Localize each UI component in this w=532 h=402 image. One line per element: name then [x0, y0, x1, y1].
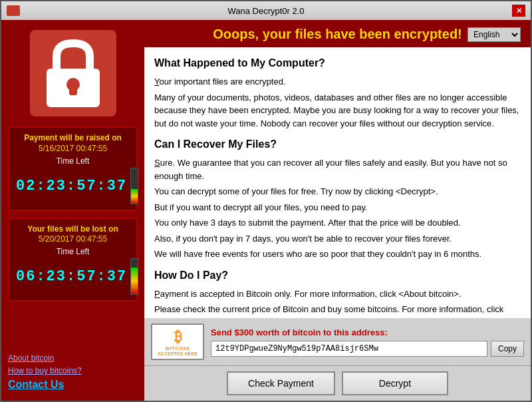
section2-p1: Sure. We guarantee that you can recover … — [154, 156, 521, 182]
section1-p1: Your important files are encrypted. — [154, 75, 521, 89]
timer2-bar — [130, 258, 138, 295]
bitcoin-logo: ₿ bitcoin ACCEPTED HERE — [151, 323, 204, 360]
bitcoin-symbol-icon: ₿ — [174, 328, 182, 345]
lock-icon — [40, 37, 106, 110]
address-row: Copy — [211, 341, 524, 357]
header-bar: Ooops, your files have been encrypted! E… — [144, 20, 531, 47]
main-window: Wana Decrypt0r 2.0 ✕ Paym — [0, 0, 532, 402]
right-panel: Ooops, your files have been encrypted! E… — [144, 20, 531, 401]
bitcoin-row: ₿ bitcoin ACCEPTED HERE Send $300 worth … — [151, 323, 524, 360]
language-select[interactable]: English Français Deutsch 中文 — [467, 27, 521, 42]
timer1-date: 5/16/2017 00:47:55 — [16, 144, 130, 153]
main-content: Payment will be raised on 5/16/2017 00:4… — [1, 20, 531, 401]
timer1-row: 02:23:57:37 — [16, 168, 130, 204]
section2-p3: But if you want to decrypt all your file… — [154, 201, 521, 214]
section2-p5: Also, if you don't pay in 7 days, you wo… — [154, 232, 521, 246]
section1-p2: Many of your documents, photos, videos, … — [154, 91, 521, 130]
svg-rect-2 — [69, 85, 77, 95]
how-to-buy-link[interactable]: How to buy bitcoins? — [8, 366, 138, 375]
check-payment-button[interactable]: Check Payment — [227, 371, 335, 395]
close-button[interactable]: ✕ — [512, 5, 525, 17]
timer-box-2: Your files will be lost on 5/20/2017 00:… — [8, 218, 138, 302]
timer2-date: 5/20/2017 00:47:55 — [16, 234, 130, 244]
decrypt-button[interactable]: Decrypt — [342, 371, 448, 395]
section2-title: Can I Recover My Files? — [154, 136, 521, 152]
left-panel: Payment will be raised on 5/16/2017 00:4… — [1, 20, 144, 401]
bottom-buttons: Check Payment Decrypt — [144, 365, 531, 401]
contact-us-link[interactable]: Contact Us — [8, 379, 138, 391]
bitcoin-accepted-text: bitcoin — [166, 345, 190, 351]
timer2-display: 06:23:57:37 — [16, 268, 127, 285]
section1-title: What Happened to My Computer? — [154, 55, 521, 71]
bitcoin-send-label: Send $300 worth of bitcoin to this addre… — [211, 327, 524, 337]
timer1-time-label: Time Left — [16, 156, 130, 166]
lock-icon-container — [30, 30, 116, 116]
bitcoin-section: ₿ bitcoin ACCEPTED HERE Send $300 worth … — [144, 318, 531, 365]
section3-p2: Please check the current price of Bitcoi… — [154, 303, 521, 318]
timer2-row: 06:23:57:37 — [16, 258, 130, 295]
timer2-bar-fill — [131, 268, 138, 294]
content-area[interactable]: What Happened to My Computer? Your impor… — [144, 47, 531, 318]
section3-p1: Payment is accepted in Bitcoin only. For… — [154, 288, 521, 301]
section2-p6: We will have free events for users who a… — [154, 248, 521, 261]
timer2-time-label: Time Left — [16, 247, 130, 256]
copy-button[interactable]: Copy — [491, 341, 524, 357]
section3-title: How Do I Pay? — [154, 268, 521, 284]
timer-box-1: Payment will be raised on 5/16/2017 00:4… — [8, 126, 138, 211]
timer1-label: Payment will be raised on — [16, 133, 130, 144]
timer2-label: Your files will be lost on — [16, 224, 130, 235]
bitcoin-right: Send $300 worth of bitcoin to this addre… — [211, 327, 524, 357]
timer1-bar-fill — [131, 189, 138, 203]
links-section: About bitcoin How to buy bitcoins? Conta… — [8, 315, 138, 394]
title-bar: Wana Decrypt0r 2.0 ✕ — [1, 1, 531, 20]
bitcoin-accepted-here-text: ACCEPTED HERE — [158, 351, 198, 356]
timer1-bar — [130, 168, 138, 204]
section2-p4: You only have 3 days to submit the payme… — [154, 216, 521, 230]
bitcoin-address-input[interactable] — [211, 341, 487, 357]
window-title: Wana Decrypt0r 2.0 — [20, 6, 512, 16]
section2-p2: You can decrypt some of your files for f… — [154, 185, 521, 198]
timer1-display: 02:23:57:37 — [16, 178, 127, 194]
header-title: Ooops, your files have been encrypted! — [207, 27, 467, 42]
about-bitcoin-link[interactable]: About bitcoin — [8, 353, 138, 363]
